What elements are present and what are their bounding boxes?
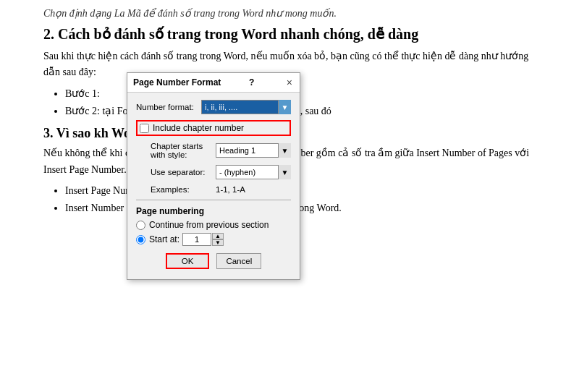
number-format-select[interactable]: i, ii, iii, .... bbox=[201, 100, 291, 114]
use-separator-row: Use separator: - (hyphen) ▼ bbox=[151, 165, 291, 179]
examples-value: 1-1, 1-A bbox=[216, 185, 245, 194]
chapter-starts-select-wrapper: Heading 1 ▼ bbox=[216, 143, 291, 158]
use-separator-label: Use separator: bbox=[151, 168, 216, 176]
separator-select-wrapper: - (hyphen) ▼ bbox=[216, 165, 291, 179]
spin-up-button[interactable]: ▲ bbox=[212, 233, 224, 239]
page-numbering-section: Page numbering Continue from previous se… bbox=[136, 206, 291, 246]
page-numbering-title: Page numbering bbox=[136, 206, 291, 216]
dialog-buttons: OK Cancel bbox=[136, 253, 291, 272]
dialog-body: Number format: i, ii, iii, .... ▼ Includ… bbox=[127, 93, 300, 279]
spinbox-buttons: ▲ ▼ bbox=[212, 233, 224, 246]
number-format-label: Number format: bbox=[136, 103, 201, 111]
dialog-help[interactable]: ? bbox=[249, 77, 254, 88]
start-at-input[interactable]: 1 bbox=[182, 233, 211, 246]
dialog-close-button[interactable]: × bbox=[285, 77, 294, 88]
section-divider bbox=[136, 200, 291, 200]
chapter-starts-select[interactable]: Heading 1 bbox=[216, 143, 291, 158]
start-at-row: Start at: 1 ▲ ▼ bbox=[136, 233, 291, 246]
continue-previous-row: Continue from previous section bbox=[136, 220, 291, 230]
include-chapter-label: Include chapter number bbox=[153, 123, 244, 133]
page-number-format-dialog: Page Number Format ? × Number format: i,… bbox=[127, 72, 300, 280]
continue-previous-radio[interactable] bbox=[136, 221, 145, 230]
chapter-options-section: Chapter starts with style: Heading 1 ▼ U… bbox=[136, 142, 291, 194]
ok-button[interactable]: OK bbox=[166, 253, 210, 269]
heading2: 2. Cách bỏ đánh số trang trong Word nhan… bbox=[43, 25, 536, 43]
number-format-select-wrapper: i, ii, iii, .... ▼ bbox=[201, 100, 291, 114]
examples-row: Examples: 1-1, 1-A bbox=[151, 185, 291, 194]
start-at-radio[interactable] bbox=[136, 235, 145, 244]
cancel-button[interactable]: Cancel bbox=[216, 253, 261, 269]
chapter-starts-label: Chapter starts with style: bbox=[151, 142, 216, 159]
continue-previous-label: Continue from previous section bbox=[149, 220, 269, 230]
dialog-titlebar: Page Number Format ? × bbox=[127, 73, 300, 93]
examples-label: Examples: bbox=[151, 185, 216, 194]
include-chapter-row: Include chapter number bbox=[136, 120, 291, 136]
include-chapter-checkbox[interactable] bbox=[140, 124, 149, 133]
top-italic-text: Chọn định dạng La Mã để đánh số trang tr… bbox=[43, 7, 536, 20]
start-at-label: Start at: bbox=[149, 234, 179, 244]
dialog-title: Page Number Format bbox=[133, 77, 221, 88]
chapter-starts-row: Chapter starts with style: Heading 1 ▼ bbox=[151, 142, 291, 159]
separator-select[interactable]: - (hyphen) bbox=[216, 165, 291, 179]
number-format-row: Number format: i, ii, iii, .... ▼ bbox=[136, 100, 291, 114]
spin-down-button[interactable]: ▼ bbox=[212, 239, 224, 246]
